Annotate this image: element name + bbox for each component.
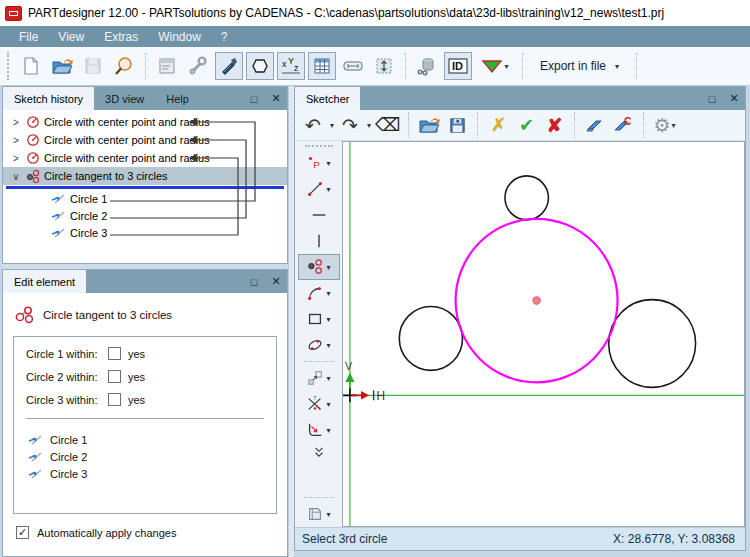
horizontal-line-tool[interactable] [298,202,340,228]
corner-tool[interactable]: ▾ [298,417,340,443]
tree-child-circle-1[interactable]: Circle 1 [3,190,287,207]
maximize-icon[interactable]: □ [243,270,265,293]
more-tools-button[interactable] [298,443,340,461]
menu-extras[interactable]: Extras [95,28,147,46]
search-button[interactable] [110,52,138,80]
open-folder-icon [418,115,440,135]
toolcol-grip[interactable] [305,145,333,147]
tool-separator [304,497,334,498]
tree-item-circle-3[interactable]: > Circle with center point and radius [3,149,287,167]
form-editor-button[interactable] [153,52,181,80]
dropdown-icon: ▾ [615,62,619,71]
reference-circle-2[interactable]: Circle 2 [26,448,268,465]
menu-file[interactable]: File [10,28,47,46]
sketch-canvas[interactable]: V H [342,141,745,527]
close-icon[interactable]: ✕ [723,87,745,110]
circle-2[interactable] [399,307,462,371]
circle1-within-checkbox[interactable] [108,347,121,360]
sketch-history-tree: > Circle with center point and radius > … [3,110,287,263]
wrench-button[interactable] [184,52,212,80]
tree-item-circle-1[interactable]: > Circle with center point and radius [3,113,287,131]
section-view-tool[interactable]: ▾ [298,501,340,527]
tree-child-circle-3[interactable]: Circle 3 [3,224,287,241]
redo-button[interactable]: ↷ [338,113,362,137]
arc-tool[interactable]: ▾ [298,280,340,306]
gear-icon: ⚙ [653,114,670,137]
toolbar-separator [477,112,478,138]
sketch-button[interactable] [246,52,274,80]
tree-item-circle-2[interactable]: > Circle with center point and radius [3,131,287,149]
export-in-file-button[interactable]: Export in file ▾ [530,54,629,78]
rectangle-tool[interactable]: ▾ [298,306,340,332]
chevron-right-icon[interactable]: > [10,153,22,164]
eraser-c-icon: C [612,116,634,134]
value-table-button[interactable] [308,52,336,80]
circle-1[interactable] [505,176,548,220]
assembly-button[interactable] [413,52,441,80]
sketcher-settings-button[interactable]: ⚙ ▾ [652,113,676,137]
tab-help[interactable]: Help [155,87,200,110]
menu-help[interactable]: ? [212,28,237,46]
sketcher-header: Sketcher □ ✕ [295,87,745,110]
tab-edit-element[interactable]: Edit element [3,270,86,293]
svg-text:P: P [314,159,321,170]
transform-tool[interactable]: ▾ [298,365,340,391]
vertical-line-tool[interactable] [298,228,340,254]
circle-tool[interactable]: ▾ [298,254,340,280]
point-tool[interactable]: P ▾ [298,150,340,176]
tangent-circle-center-point[interactable] [533,297,540,304]
maximize-icon[interactable]: □ [701,87,723,110]
circle2-within-checkbox[interactable] [108,370,121,383]
toolbar-grip[interactable] [7,52,11,80]
discard-button[interactable]: ✗ [486,113,510,137]
reference-circle-3[interactable]: Circle 3 [26,465,268,482]
reference-circle-1[interactable]: Circle 1 [26,431,268,448]
tab-sketcher[interactable]: Sketcher [295,87,360,110]
delete-last-button[interactable]: ⌫ [375,113,400,137]
chevron-right-icon[interactable]: > [10,135,22,146]
new-document-button[interactable] [17,52,45,80]
menu-window[interactable]: Window [149,28,210,46]
tree-item-tangent-circle[interactable]: ∨ Circle tangent to 3 circles [3,167,287,185]
tree-child-circle-2[interactable]: Circle 2 [3,207,287,224]
save-button[interactable] [79,52,107,80]
apply-button[interactable]: ✔ [514,113,538,137]
tab-label: Edit element [14,276,75,288]
dropdown-icon[interactable]: ▾ [367,121,371,130]
run-export-button[interactable]: ▾ [475,52,515,80]
chevron-right-icon[interactable]: > [10,117,22,128]
svg-text:x: x [282,59,287,69]
tree-item-label: Circle 2 [70,210,107,222]
status-coordinates: X: 28.6778, Y: 3.08368 [613,532,735,546]
erase-button[interactable] [583,113,607,137]
close-icon[interactable]: ✕ [265,87,287,110]
delete-button[interactable]: ✘ [542,113,566,137]
tab-sketch-history[interactable]: Sketch history [3,87,94,110]
auto-apply-checkbox[interactable]: ✓ [16,526,29,539]
dropdown-icon[interactable]: ▾ [504,62,508,71]
erase-constraints-button[interactable]: C [611,113,635,137]
dropdown-icon[interactable]: ▾ [330,121,334,130]
circle-3[interactable] [609,300,696,388]
open-button[interactable] [48,52,76,80]
tab-3d-view[interactable]: 3D view [94,87,155,110]
circle3-within-checkbox[interactable] [108,393,121,406]
sketch-geometry[interactable] [399,176,695,387]
close-icon[interactable]: ✕ [265,270,287,293]
save-sketch-button[interactable] [445,113,469,137]
sketch-history-panel: Sketch history 3D view Help □ ✕ > Circle… [2,86,288,264]
undo-button[interactable]: ↶ [301,113,325,137]
chevron-down-icon[interactable]: ∨ [10,171,22,182]
load-sketch-button[interactable] [417,113,441,137]
line-tool[interactable]: ▾ [298,176,340,202]
dimension-button[interactable] [339,52,367,80]
part-3d-button[interactable] [215,52,243,80]
menu-view[interactable]: View [49,28,93,46]
h-axis-label: H [377,389,386,403]
trim-tool[interactable]: T ▾ [298,391,340,417]
variables-button[interactable]: xYz [277,52,305,80]
fit-view-button[interactable] [370,52,398,80]
id-button[interactable]: ID [444,52,472,80]
ellipse-tool[interactable]: ▾ [298,332,340,358]
maximize-icon[interactable]: □ [243,87,265,110]
